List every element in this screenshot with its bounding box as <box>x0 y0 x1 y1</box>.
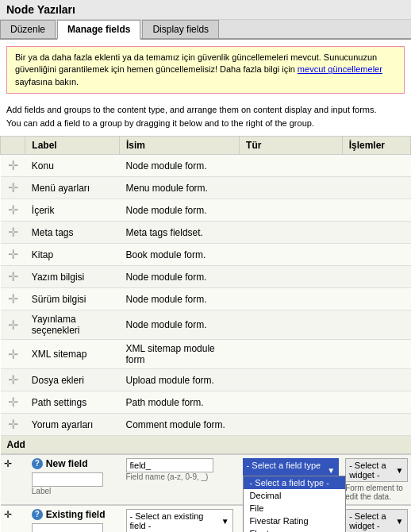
field-type-option-fivestar[interactable]: Fivestar Rating <box>244 515 345 527</box>
new-field-widget-arrow: ▼ <box>396 466 404 475</box>
new-field-left: ? New field Label <box>25 454 120 505</box>
existing-field-section: ✛ ? Existing field Label - Select an exi… <box>1 505 411 532</box>
row-isim: Node module form. <box>120 266 240 288</box>
table-row: ✛ Meta tags Meta tags fieldset. <box>1 222 411 244</box>
drag-handle[interactable]: ✛ <box>1 222 25 244</box>
row-tur <box>240 391 343 414</box>
row-isim: Node module form. <box>120 155 240 177</box>
field-type-option-file[interactable]: File <box>244 502 345 515</box>
table-row: ✛ Yorum ayarları Comment module form. <box>1 414 411 436</box>
row-islemler <box>342 199 410 222</box>
col-header-isim: İsim <box>120 137 240 155</box>
row-islemler <box>342 244 410 266</box>
new-field-widget-btn[interactable]: - Select a widget - ▼ <box>345 458 407 482</box>
existing-field-widget-arrow: ▼ <box>396 517 404 526</box>
new-field-name-cell: Field name (a-z, 0-9, _) <box>120 454 240 505</box>
row-label: İçerik <box>25 199 120 222</box>
row-tur <box>240 288 343 310</box>
row-islemler <box>342 414 410 436</box>
row-islemler <box>342 288 410 310</box>
row-tur <box>240 369 343 391</box>
drag-handle[interactable]: ✛ <box>1 155 25 177</box>
new-field-title: New field <box>46 458 88 469</box>
row-tur <box>240 244 343 266</box>
row-isim: Node module form. <box>120 199 240 222</box>
row-label: Yayınlama seçenekleri <box>25 310 120 340</box>
table-row: ✛ Konu Node module form. <box>1 155 411 177</box>
table-row: ✛ Menü ayarları Menu module form. <box>1 177 411 199</box>
new-field-widget-cell: - Select a widget - ▼ Form element to ed… <box>342 454 410 505</box>
existing-field-widget-label: - Select a widget - <box>349 511 394 530</box>
drag-handle[interactable]: ✛ <box>1 414 25 436</box>
row-tur <box>240 266 343 288</box>
row-isim: Menu module form. <box>120 177 240 199</box>
existing-field-select-btn[interactable]: - Select an existing field - ▼ <box>126 509 233 532</box>
existing-field-select-cell: - Select an existing field - ▼ Field to … <box>120 505 240 532</box>
drag-handle[interactable]: ✛ <box>1 391 25 414</box>
drag-handle[interactable]: ✛ <box>1 244 25 266</box>
new-field-help-icon[interactable]: ? <box>32 458 43 469</box>
row-isim: Book module form. <box>120 244 240 266</box>
table-row: ✛ Yazım bilgisi Node module form. <box>1 266 411 288</box>
row-label: Dosya ekleri <box>25 369 120 391</box>
row-isim: Node module form. <box>120 310 240 340</box>
row-tur <box>240 414 343 436</box>
col-header-label: Label <box>25 137 120 155</box>
drag-handle[interactable]: ✛ <box>1 266 25 288</box>
row-label: Yazım bilgisi <box>25 266 120 288</box>
tab-display-fields[interactable]: Display fields <box>142 20 219 38</box>
col-header-islemler: İşlemler <box>342 137 410 155</box>
description-text: Add fields and groups to the content typ… <box>0 100 411 133</box>
drag-handle[interactable]: ✛ <box>1 177 25 199</box>
field-type-option-float[interactable]: Float <box>244 527 345 532</box>
row-label: Sürüm bilgisi <box>25 288 120 310</box>
row-isim: Node module form. <box>120 288 240 310</box>
alert-link[interactable]: mevcut güncellemeler <box>298 64 382 74</box>
existing-field-drag[interactable]: ✛ <box>1 505 25 532</box>
existing-field-label-input[interactable] <box>32 523 103 532</box>
new-field-section: ✛ ? New field Label Field name (a-z, 0-9… <box>1 454 411 505</box>
new-field-type-cell: - Select a field type - ▼ - Select a fie… <box>240 454 343 505</box>
row-isim: Comment module form. <box>120 414 240 436</box>
tabs-bar: Düzenle Manage fields Display fields <box>0 20 411 40</box>
row-label: Path settings <box>25 391 120 414</box>
new-field-drag[interactable]: ✛ <box>1 454 25 505</box>
field-type-option-decimal[interactable]: Decimal <box>244 489 345 502</box>
table-row: ✛ İçerik Node module form. <box>1 199 411 222</box>
drag-handle[interactable]: ✛ <box>1 288 25 310</box>
tab-manage-fields[interactable]: Manage fields <box>57 20 140 40</box>
existing-field-title: Existing field <box>46 509 106 520</box>
drag-handle[interactable]: ✛ <box>1 310 25 340</box>
field-type-dropdown-area: - Select a field type - ▼ - Select a fie… <box>243 458 340 482</box>
row-tur <box>240 340 343 369</box>
existing-field-select-arrow: ▼ <box>221 517 229 526</box>
alert-text2: sayfasına bakın. <box>15 77 79 87</box>
fields-table: Label İsim Tür İşlemler ✛ Konu Node modu… <box>0 136 411 532</box>
field-type-option-default[interactable]: - Select a field type - <box>244 476 345 489</box>
row-islemler <box>342 340 410 369</box>
tab-duzenle[interactable]: Düzenle <box>0 20 56 38</box>
existing-field-help-icon[interactable]: ? <box>32 509 43 520</box>
field-type-options-list: - Select a field type - Decimal File Fiv… <box>243 476 346 532</box>
field-type-arrow-icon: ▼ <box>327 466 335 475</box>
drag-handle[interactable]: ✛ <box>1 340 25 369</box>
row-islemler <box>342 222 410 244</box>
new-field-name-input[interactable] <box>126 458 213 472</box>
drag-handle[interactable]: ✛ <box>1 369 25 391</box>
drag-handle[interactable]: ✛ <box>1 199 25 222</box>
table-row: ✛ Dosya ekleri Upload module form. <box>1 369 411 391</box>
row-label: Kitap <box>25 244 120 266</box>
table-row: ✛ Kitap Book module form. <box>1 244 411 266</box>
new-field-label-input[interactable] <box>32 472 103 487</box>
row-label: XML sitemap <box>25 340 120 369</box>
existing-field-widget-btn[interactable]: - Select a widget - ▼ <box>345 509 407 532</box>
row-isim: Meta tags fieldset. <box>120 222 240 244</box>
row-label: Menü ayarları <box>25 177 120 199</box>
add-row: Add <box>1 436 411 455</box>
new-field-widget-label: - Select a widget - <box>349 461 394 480</box>
row-label: Yorum ayarları <box>25 414 120 436</box>
row-islemler <box>342 310 410 340</box>
page-title: Node Yazıları <box>0 0 411 20</box>
row-tur <box>240 177 343 199</box>
new-field-label-hint: Label <box>32 487 113 495</box>
